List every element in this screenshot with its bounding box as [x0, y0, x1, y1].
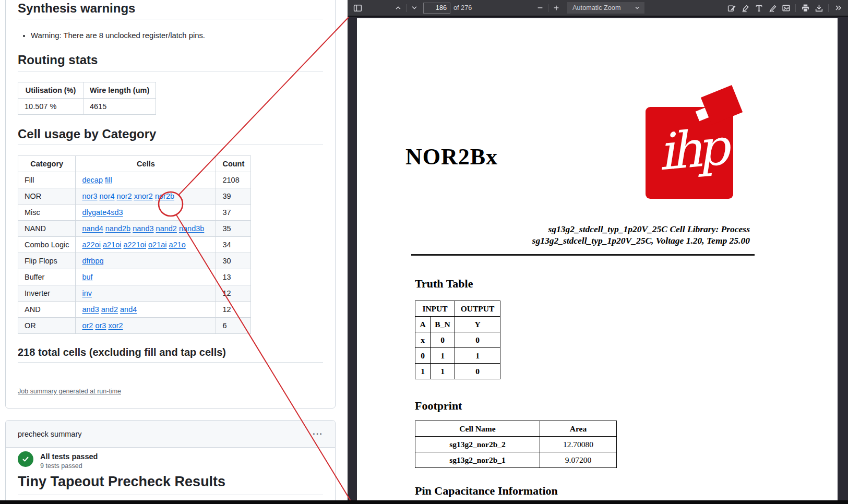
pdf-page: NOR2Bx ihp sg13g2_stdcell_typ_1p20V_25C … — [357, 18, 838, 504]
next-page-button[interactable] — [408, 2, 421, 14]
library-line: sg13g2_stdcell_typ_1p20V_25C, Voltage 1.… — [532, 235, 750, 246]
footprint-table-body: Cell NameAreasg13g2_nor2b_212.70080sg13g… — [415, 421, 617, 468]
print-icon[interactable] — [798, 2, 812, 14]
draw-tool-icon[interactable] — [766, 2, 779, 14]
cell-link[interactable]: nor4 — [100, 192, 115, 200]
truth-table-body: INPUTOUTPUTAB_NYx00011110 — [415, 301, 500, 379]
truth-value: 0 — [431, 332, 455, 348]
cell-link[interactable]: o21ai — [148, 241, 166, 249]
tiny-tapeout-heading: Tiny Tapeout Precheck Results — [18, 474, 323, 495]
signature-tool-icon[interactable] — [725, 2, 738, 14]
cell-link[interactable]: or2 — [82, 321, 93, 330]
cell-link[interactable]: nand3 — [133, 224, 153, 233]
cells-cell: decap fill — [76, 172, 216, 188]
count-cell: 12 — [216, 302, 251, 318]
cell-name: sg13g2_nor2b_1 — [415, 452, 540, 468]
cell-link[interactable]: xor2 — [108, 321, 123, 330]
cell-link[interactable]: a21oi — [103, 241, 121, 249]
status-subtitle: 9 tests passed — [40, 462, 98, 470]
table-row: Combo Logica22oi a21oi a221oi o21ai a21o… — [18, 237, 251, 253]
cell-link[interactable]: dfrbpq — [82, 257, 103, 265]
category-cell: Inverter — [18, 285, 76, 302]
precheck-card-body: All tests passed 9 tests passed Tiny Tap… — [6, 448, 335, 495]
previous-page-button[interactable] — [391, 2, 405, 14]
footprint-table: Cell NameAreasg13g2_nor2b_212.70080sg13g… — [415, 421, 617, 468]
count-cell: 39 — [216, 188, 251, 205]
cell-link[interactable]: decap — [82, 176, 103, 184]
horizontal-rule — [411, 254, 755, 256]
sidebar-toggle-button[interactable] — [351, 2, 364, 14]
cell-link[interactable]: nor2b — [155, 192, 174, 200]
routing-stats-heading: Routing stats — [18, 53, 323, 71]
table-header-row: INPUTOUTPUT — [415, 301, 500, 317]
cell-link[interactable]: a221oi — [123, 241, 146, 249]
truth-table: INPUTOUTPUTAB_NYx00011110 — [415, 301, 500, 379]
table-header-row: Cell NameArea — [415, 421, 617, 437]
toolbar-more-icon[interactable] — [831, 2, 845, 14]
cell-link[interactable]: buf — [82, 273, 92, 281]
wire-length-value: 4615 — [83, 98, 156, 114]
count-cell: 12 — [216, 285, 251, 302]
text-tool-icon[interactable] — [752, 2, 766, 14]
zoom-level-select[interactable]: Automatic Zoom — [567, 2, 644, 14]
cell-link[interactable]: nor2 — [117, 192, 132, 200]
cells-cell: nand4 nand2b nand3 nand2 nand3b — [76, 221, 216, 237]
group-header: INPUT — [415, 301, 455, 317]
count-cell: 6 — [216, 318, 251, 334]
datasheet-title: NOR2Bx — [405, 143, 498, 170]
count-cell: 34 — [216, 237, 251, 253]
cells-cell: and3 and2 and4 — [76, 302, 216, 318]
cell-link[interactable]: a21o — [169, 241, 186, 249]
kebab-menu-icon[interactable]: ··· — [313, 431, 323, 437]
cell-link[interactable]: nand2 — [156, 224, 177, 233]
cell-link[interactable]: inv — [82, 289, 92, 297]
cell-link[interactable]: nand4 — [82, 224, 103, 233]
cell-link[interactable]: a22oi — [82, 241, 100, 249]
cell-link[interactable]: fill — [105, 176, 112, 184]
cells-cell: dlygate4sd3 — [76, 205, 216, 221]
cell-link[interactable]: nand2b — [105, 224, 130, 233]
cell-link[interactable]: nor3 — [82, 192, 97, 200]
highlighter-tool-icon[interactable] — [738, 2, 752, 14]
category-cell: Misc — [18, 205, 76, 221]
cell-link[interactable]: dlygate4sd3 — [82, 208, 123, 217]
cell-link[interactable]: nand3b — [179, 224, 204, 233]
category-cell: NOR — [18, 188, 76, 205]
cell-link[interactable]: or3 — [95, 321, 106, 330]
truth-value: 1 — [415, 364, 431, 379]
status-title: All tests passed — [40, 452, 98, 461]
table-row: sg13g2_nor2b_19.07200 — [415, 452, 617, 468]
warning-list: Warning: There are 8 unclocked register/… — [18, 30, 323, 41]
cell-link[interactable]: and2 — [101, 305, 118, 314]
table-row: sg13g2_nor2b_212.70080 — [415, 437, 617, 452]
page-number-input[interactable] — [423, 3, 450, 14]
cell-link[interactable]: xnor2 — [134, 192, 153, 200]
table-row: Miscdlygate4sd337 — [18, 205, 251, 221]
github-summary-pane: Synthesis warnings Warning: There are 8 … — [0, 0, 348, 504]
table-row: x00 — [415, 332, 500, 348]
table-row: Bufferbuf13 — [18, 269, 251, 285]
pdf-toolbar: of 276 Automatic Zoom — [348, 0, 848, 17]
table-row: 011 — [415, 348, 500, 364]
count-cell: 35 — [216, 221, 251, 237]
column-header: Cells — [76, 156, 216, 172]
table-row: Filldecap fill2108 — [18, 172, 251, 188]
test-status-text: All tests passed 9 tests passed — [40, 451, 98, 470]
precheck-card-title: precheck summary — [18, 430, 81, 438]
save-icon[interactable] — [812, 2, 826, 14]
category-cell: Combo Logic — [18, 237, 76, 253]
cells-cell: a22oi a21oi a221oi o21ai a21o — [76, 237, 216, 253]
cell-name: sg13g2_nor2b_2 — [415, 437, 540, 452]
truth-value: 0 — [415, 348, 431, 364]
zoom-in-button[interactable] — [550, 2, 563, 14]
category-cell: Fill — [18, 172, 76, 188]
category-cell: OR — [18, 318, 76, 334]
zoom-out-button[interactable] — [533, 2, 547, 14]
job-summary-link[interactable]: Job summary generated at run-time — [18, 388, 121, 395]
image-tool-icon[interactable] — [779, 2, 793, 14]
pin-capacitance-heading: Pin Capacitance Information — [415, 484, 558, 498]
cell-link[interactable]: and4 — [120, 305, 137, 314]
cell-link[interactable]: and3 — [82, 305, 99, 314]
warning-item: Warning: There are 8 unclocked register/… — [31, 30, 323, 41]
page-count-label: of 276 — [453, 4, 472, 11]
